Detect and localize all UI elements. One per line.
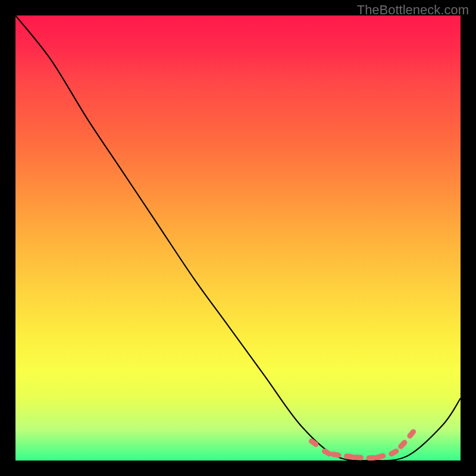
marker-dot [388, 447, 400, 457]
attribution-label: TheBottleneck.com [357, 2, 469, 18]
marker-dot [375, 453, 387, 461]
marker-dot [353, 455, 364, 461]
plot-area [15, 15, 461, 461]
chart-frame: TheBottleneck.com [0, 0, 476, 476]
marker-dot [406, 428, 417, 440]
marker-dot [330, 451, 342, 458]
chart-overlay [15, 15, 461, 461]
marker-dot [397, 439, 408, 450]
optimal-zone-markers [308, 428, 417, 461]
bottleneck-curve-line [15, 15, 461, 461]
